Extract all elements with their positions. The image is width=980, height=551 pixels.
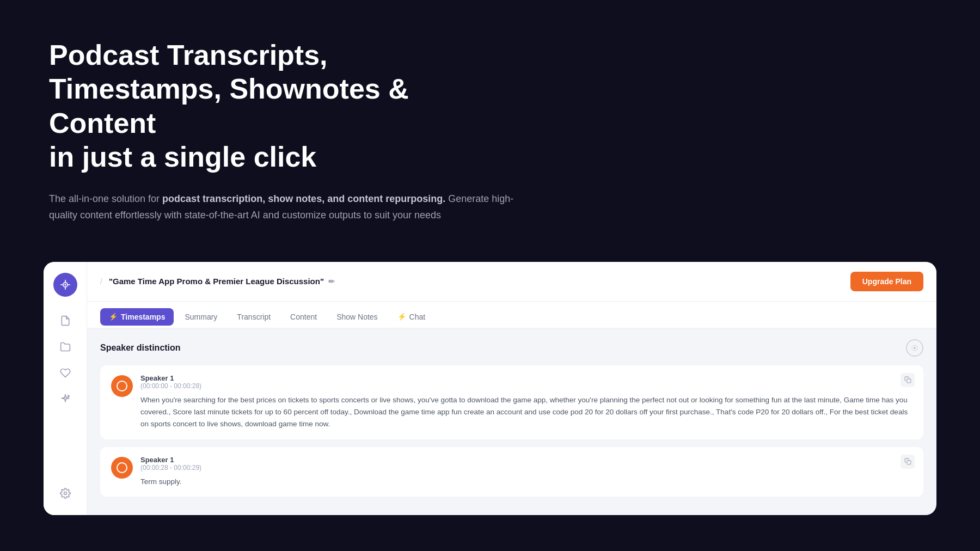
sidebar-item-favorites[interactable] xyxy=(54,362,76,384)
lightning-icon-chat: ⚡ xyxy=(397,313,406,321)
speaker-card-1: Speaker 1 (00:00:00 - 00:00:28) When you… xyxy=(100,365,923,439)
svg-point-1 xyxy=(64,284,66,285)
tab-content[interactable]: Content xyxy=(281,308,326,326)
sidebar-item-magic[interactable] xyxy=(54,388,76,410)
app-header: / "Game Time App Promo & Premier League … xyxy=(87,262,936,302)
lightning-icon-timestamps: ⚡ xyxy=(109,313,118,321)
hero-description: The all-in-one solution for podcast tran… xyxy=(49,191,539,224)
hero-section: Podcast Transcripts, Timestamps, Shownot… xyxy=(0,0,980,246)
header-left: / "Game Time App Promo & Premier League … xyxy=(100,277,335,286)
section-header: Speaker distinction xyxy=(100,339,923,357)
sidebar xyxy=(44,262,87,515)
svg-marker-4 xyxy=(914,347,916,349)
edit-icon[interactable]: ✏ xyxy=(328,277,335,286)
app-window: / "Game Time App Promo & Premier League … xyxy=(44,262,936,515)
tab-timestamps[interactable]: ⚡ Timestamps xyxy=(100,308,174,326)
tab-shownotes[interactable]: Show Notes xyxy=(328,308,386,326)
sidebar-item-settings[interactable] xyxy=(54,482,76,504)
tab-summary[interactable]: Summary xyxy=(176,308,226,326)
speaker-text-2: Term supply. xyxy=(140,476,912,488)
breadcrumb-separator: / xyxy=(100,277,102,286)
sidebar-item-folder[interactable] xyxy=(54,336,76,358)
speaker-avatar-1 xyxy=(111,375,133,397)
app-logo[interactable] xyxy=(53,273,77,297)
main-content: / "Game Time App Promo & Premier League … xyxy=(87,262,936,515)
podcast-title: "Game Time App Promo & Premier League Di… xyxy=(109,277,335,286)
content-area: Speaker distinction Speaker 1 xyxy=(87,328,936,515)
speaker-avatar-2 xyxy=(111,457,133,479)
speaker-info-1: Speaker 1 (00:00:00 - 00:00:28) When you… xyxy=(140,374,912,431)
tab-chat[interactable]: ⚡ Chat xyxy=(389,308,434,326)
speaker-time-2: (00:00:28 - 00:00:29) xyxy=(140,464,912,472)
copy-button-1[interactable] xyxy=(901,373,915,387)
speaker-text-1: When you're searching for the best price… xyxy=(140,394,912,431)
copy-button-2[interactable] xyxy=(901,455,915,469)
speaker-name-1: Speaker 1 xyxy=(140,374,912,382)
section-title: Speaker distinction xyxy=(100,343,181,353)
play-button[interactable] xyxy=(906,339,923,357)
sidebar-item-document[interactable] xyxy=(54,310,76,332)
speaker-card-2: Speaker 1 (00:00:28 - 00:00:29) Term sup… xyxy=(100,447,923,497)
speaker-info-2: Speaker 1 (00:00:28 - 00:00:29) Term sup… xyxy=(140,456,912,488)
svg-rect-5 xyxy=(906,379,910,383)
tabs-bar: ⚡ Timestamps Summary Transcript Content … xyxy=(87,302,936,328)
speaker-name-2: Speaker 1 xyxy=(140,456,912,464)
speaker-time-1: (00:00:00 - 00:00:28) xyxy=(140,382,912,390)
hero-title: Podcast Transcripts, Timestamps, Shownot… xyxy=(49,38,485,174)
svg-point-2 xyxy=(64,492,66,494)
upgrade-button[interactable]: Upgrade Plan xyxy=(850,272,923,291)
svg-rect-6 xyxy=(906,461,910,464)
tab-transcript[interactable]: Transcript xyxy=(228,308,279,326)
